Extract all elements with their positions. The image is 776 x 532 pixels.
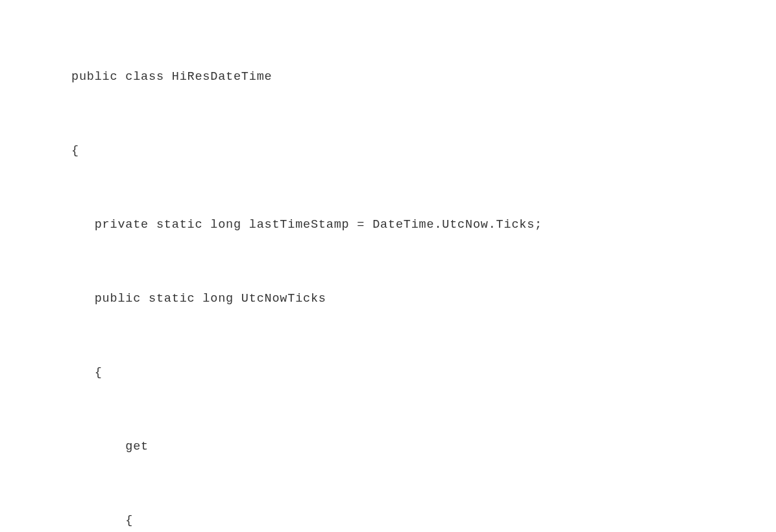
code-line: {: [71, 139, 666, 163]
code-block: public class HiResDateTime { private sta…: [71, 16, 666, 532]
code-line: get: [71, 435, 666, 459]
code-line: {: [71, 361, 666, 385]
code-line: {: [71, 509, 666, 532]
code-line: public static long UtcNowTicks: [71, 287, 666, 311]
code-line: private static long lastTimeStamp = Date…: [71, 213, 666, 237]
code-line: public class HiResDateTime: [71, 65, 666, 90]
